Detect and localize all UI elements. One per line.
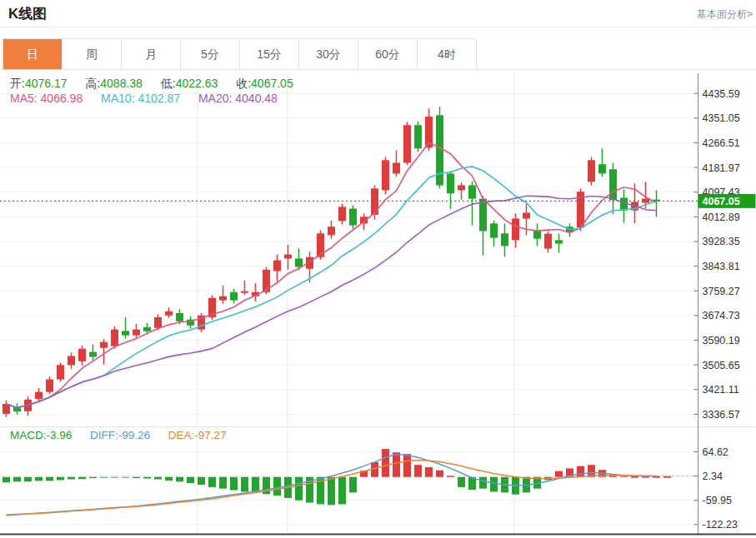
candle-body	[100, 342, 108, 348]
axis-tick-label: 64.62	[703, 446, 728, 458]
ma5-value: 4066.98	[41, 92, 83, 105]
candle-body	[393, 162, 400, 173]
candle-body	[219, 296, 227, 301]
high-label: 高:	[85, 77, 100, 90]
candle-body	[555, 240, 563, 243]
candle-body	[588, 160, 595, 182]
axis-tick-label: 3843.81	[703, 261, 740, 272]
candle-body	[338, 207, 346, 221]
candle-body	[78, 349, 86, 361]
candle-body	[35, 392, 43, 399]
candle-body	[295, 258, 303, 267]
dea-label: DEA:	[168, 429, 195, 441]
candles-layer	[3, 107, 660, 417]
candle-body	[523, 212, 530, 218]
macd-label: MACD:	[10, 429, 47, 441]
axis-tick-label: 2.34	[703, 471, 723, 482]
ma10-value: 4102.87	[138, 92, 180, 105]
candle-body	[154, 317, 162, 328]
candle-body	[46, 380, 53, 392]
ma20-value: 4040.48	[235, 92, 278, 105]
axis-tick-label: 3505.65	[703, 360, 740, 371]
ma5-line	[7, 142, 657, 407]
candle-body	[133, 330, 140, 336]
candle-body	[403, 125, 411, 162]
macd-legend: MACD:-3.96 DIFF:-99.26 DEA:-97.27	[10, 429, 242, 441]
candle-body	[273, 261, 281, 271]
axis-tick-label: 3759.27	[703, 286, 740, 297]
candle-body	[241, 291, 248, 293]
candle-body	[165, 311, 173, 316]
candle-body	[111, 330, 118, 346]
axis-tick-label: -59.95	[703, 495, 732, 506]
candle-body	[371, 188, 378, 215]
axis-tick-label: 4435.59	[703, 88, 740, 100]
candle-body	[89, 352, 97, 357]
kline-page: K线图 基本面分析> 日 周 月 5分 15分 30分 60分 4时 4435.…	[0, 0, 756, 538]
axis-tick-label: -122.23	[703, 519, 738, 531]
macd-value: -3.96	[47, 429, 73, 441]
low-label: 低:	[161, 77, 176, 90]
candle-body	[414, 125, 422, 148]
diff-label: DIFF:	[90, 429, 118, 441]
candle-body	[609, 169, 617, 200]
axis-tick-label: 4012.89	[703, 212, 740, 223]
axis-tick-label: 3674.73	[703, 310, 740, 321]
axis-tick-label: 3421.11	[703, 384, 739, 396]
candle-body	[382, 160, 389, 190]
close-value: 4067.05	[251, 77, 293, 90]
price-badge-label: 4067.05	[703, 196, 740, 207]
close-label: 收:	[236, 77, 251, 90]
axis-tick-label: 4351.05	[703, 112, 740, 124]
low-value: 4022.63	[176, 77, 218, 90]
candle-body	[68, 356, 75, 365]
ma10-line	[7, 167, 657, 408]
candle-body	[468, 185, 476, 198]
candle-body	[533, 230, 541, 238]
axis-tick-label: 4181.97	[703, 162, 740, 174]
axis-tick-label: 3336.57	[703, 409, 740, 421]
candle-body	[490, 223, 498, 237]
ma5-label: MA5:	[10, 92, 38, 105]
axis-tick-label: 3928.35	[703, 236, 740, 247]
candle-body	[479, 199, 487, 232]
price-badge: 4067.05	[698, 194, 756, 208]
candle-body	[447, 173, 454, 193]
axis-tick-label: 3590.19	[703, 335, 740, 346]
ma20-label: MA20:	[198, 92, 232, 105]
candle-body	[349, 208, 357, 225]
ma-legend: MA5: 4066.98 MA10: 4102.87 MA20: 4040.48	[10, 92, 293, 105]
candle-body	[230, 292, 238, 301]
ohlc-legend: 开:4076.17 高:4088.38 低:4022.63 收:4067.05	[10, 77, 308, 92]
dea-value: -97.27	[194, 429, 226, 441]
open-label: 开:	[10, 77, 25, 90]
high-value: 4088.38	[100, 77, 143, 90]
candle-body	[284, 255, 292, 259]
candle-body	[328, 227, 335, 235]
candle-body	[512, 218, 519, 240]
candle-body	[458, 185, 465, 190]
candle-body	[544, 234, 552, 249]
candle-body	[143, 327, 151, 331]
ma10-label: MA10:	[101, 92, 134, 105]
candle-body	[501, 233, 508, 246]
candle-body	[122, 331, 129, 335]
candle-body	[598, 164, 606, 173]
open-value: 4076.17	[25, 77, 68, 90]
axis-tick-label: 4266.51	[703, 137, 740, 149]
candle-body	[176, 313, 183, 321]
diff-value: -99.26	[118, 429, 150, 441]
candle-body	[57, 365, 64, 379]
